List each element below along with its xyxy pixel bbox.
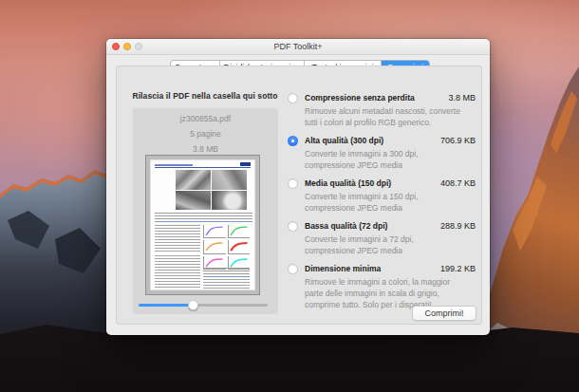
option-size: 199.2 KB [440, 263, 476, 275]
option-description: Converte le immagini a 72 dpi, compressi… [305, 233, 466, 256]
option-title: Alta qualità (300 dpi) [305, 135, 383, 147]
preview-header-logo [240, 162, 251, 166]
pdf-preview-well [145, 155, 260, 295]
radio-lossless[interactable] [288, 93, 298, 103]
preview-caption-lines [155, 213, 252, 220]
compress-button[interactable]: Comprimi! [412, 306, 476, 321]
option-low-quality[interactable]: Bassa qualità (72 dpi) 288.9 KB Converte… [288, 218, 476, 256]
option-lossless[interactable]: Compressione senza perdita 3.8 MB Rimuov… [288, 90, 476, 128]
drop-hint-label: Rilascia il PDF nella casella qui sotto [119, 91, 291, 101]
pdf-preview-thumbnail [150, 159, 255, 290]
preview-text-column [155, 255, 200, 290]
window-title: PDF Toolkit+ [106, 42, 490, 51]
file-name: jz300855a.pdf [133, 114, 278, 123]
option-size: 288.9 KB [440, 220, 476, 233]
option-size: 3.8 MB [448, 92, 476, 104]
option-title: Dimensione minima [305, 263, 381, 275]
option-high-quality[interactable]: Alta qualità (300 dpi) 706.9 KB Converte… [288, 133, 476, 171]
titlebar[interactable]: PDF Toolkit+ [106, 39, 490, 55]
option-title: Compressione senza perdita [305, 92, 415, 104]
option-description: Converte le immagini a 300 dpi, compress… [305, 148, 466, 171]
radio-medium-quality[interactable] [288, 178, 298, 189]
file-size: 3.8 MB [133, 144, 278, 154]
radio-high-quality[interactable] [288, 136, 298, 146]
file-page-count: 5 pagine [133, 129, 278, 139]
pdf-drop-zone[interactable]: jz300855a.pdf 5 pagine 3.8 MB [133, 108, 278, 314]
preview-link-line [203, 276, 250, 277]
preview-mini-charts [203, 225, 250, 266]
preview-zoom-slider-knob[interactable] [188, 300, 198, 310]
compression-options: Compressione senza perdita 3.8 MB Rimuov… [288, 90, 476, 315]
radio-minimum-size[interactable] [288, 264, 298, 274]
option-size: 408.7 KB [440, 177, 476, 190]
option-minimum-size[interactable]: Dimensione minima 199.2 KB Rimuove le im… [288, 261, 476, 310]
option-description: Rimuove alcuni metadati nascosti, conver… [305, 105, 466, 128]
preview-text-column [155, 225, 200, 252]
preview-chart-caption [203, 268, 250, 275]
preview-header-rule [155, 167, 251, 168]
preview-text-column [203, 279, 250, 289]
preview-zoom-slider[interactable] [139, 300, 268, 310]
option-description: Converte le immagini a 150 dpi, compress… [305, 191, 466, 214]
preview-sem-images [176, 170, 247, 210]
preview-journal-header [155, 164, 193, 166]
option-size: 706.9 KB [440, 135, 476, 147]
preview-zoom-slider-fill [139, 304, 193, 307]
pdf-toolkit-window: PDF Toolkit+ Concatena Dividi / estrai p… [106, 39, 490, 335]
option-title: Media qualità (150 dpi) [305, 177, 391, 190]
tab-content-panel: Rilascia il PDF nella casella qui sotto … [116, 65, 482, 325]
radio-low-quality[interactable] [288, 221, 298, 232]
preview-link-line [155, 221, 252, 222]
option-title: Bassa qualità (72 dpi) [305, 220, 387, 233]
option-medium-quality[interactable]: Media qualità (150 dpi) 408.7 KB Convert… [288, 176, 476, 214]
